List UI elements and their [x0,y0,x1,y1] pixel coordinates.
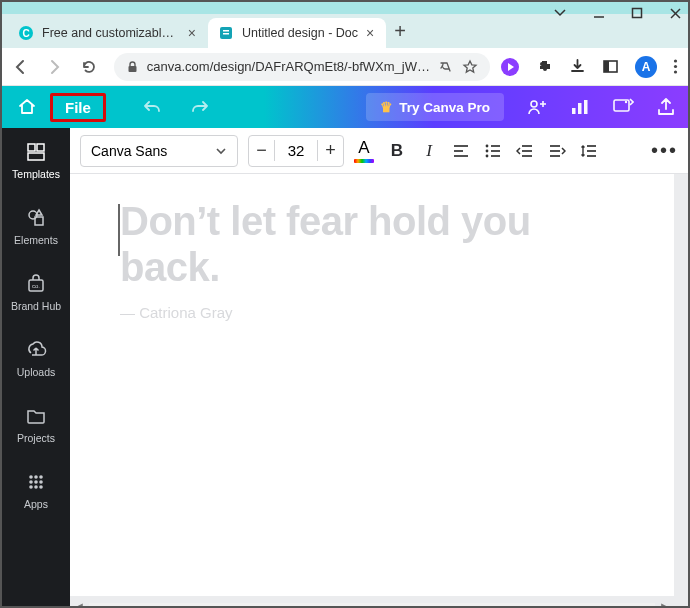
file-menu-button[interactable]: File [50,93,106,122]
browser-tab-inactive[interactable]: C Free and customizable Instag × [8,18,208,48]
lock-icon [126,60,139,73]
svg-point-34 [29,480,33,484]
play-icon[interactable] [500,57,520,77]
svg-point-15 [674,70,677,73]
back-button[interactable] [12,58,36,76]
present-icon[interactable] [612,97,634,117]
scroll-left-icon[interactable]: ◄ [74,600,85,608]
svg-text:co.: co. [32,283,40,289]
text-color-button[interactable]: A [354,138,374,163]
try-canva-pro-button[interactable]: ♛ Try Canva Pro [366,93,504,121]
home-button[interactable] [10,90,44,124]
more-options-button[interactable]: ••• [651,139,678,162]
tab-label: Free and customizable Instag [42,26,180,40]
svg-point-38 [34,485,38,489]
placeholder-author[interactable]: — Catriona Gray [120,304,624,321]
share-icon[interactable] [656,97,676,117]
svg-rect-3 [223,30,229,32]
svg-text:C: C [22,28,29,39]
placeholder-quote[interactable]: Don’t let fear hold you back. [120,198,624,290]
svg-point-33 [39,475,43,479]
svg-rect-25 [37,144,44,151]
kebab-menu-icon[interactable] [673,58,678,75]
svg-rect-24 [28,144,35,151]
app-header: File ♛ Try Canva Pro [2,86,688,128]
close-icon[interactable]: × [188,25,196,41]
canva-favicon: C [18,25,34,41]
undo-button[interactable] [142,98,162,116]
decrease-button[interactable]: − [249,140,275,161]
new-tab-button[interactable]: + [386,20,414,43]
maximize-icon[interactable] [631,7,643,19]
translate-icon[interactable] [438,59,454,75]
sidebar-item-projects[interactable]: Projects [2,400,70,448]
indent-icon[interactable] [548,143,566,159]
insights-icon[interactable] [570,98,590,116]
svg-point-23 [625,101,627,103]
try-pro-label: Try Canva Pro [399,100,490,115]
sidebar-item-label: Projects [17,432,55,444]
minimize-icon[interactable] [593,7,605,19]
collaborate-icon[interactable] [526,97,548,117]
forward-button[interactable] [46,58,70,76]
svg-point-47 [486,154,489,157]
svg-rect-9 [128,66,136,72]
extensions-icon[interactable] [536,58,553,75]
svg-point-32 [34,475,38,479]
document-page[interactable]: Don’t let fear hold you back. — Catriona… [70,174,674,596]
redo-button[interactable] [190,98,210,116]
elements-icon [25,206,47,230]
sidebar-item-label: Apps [24,498,48,510]
sidebar-item-elements[interactable]: Elements [2,202,70,250]
horizontal-scrollbar[interactable]: ◄ ► [70,598,674,608]
svg-point-36 [39,480,43,484]
close-icon[interactable]: × [366,25,374,41]
scroll-right-icon[interactable]: ► [659,600,670,608]
text-color-a: A [358,138,369,158]
sidebar-item-apps[interactable]: Apps [2,466,70,514]
chevron-down-icon [215,145,227,157]
sidebar-item-label: Uploads [17,366,56,378]
rainbow-bar [354,159,374,163]
chevron-down-icon[interactable] [553,6,567,20]
tab-label: Untitled design - Doc [242,26,358,40]
svg-point-16 [531,101,537,107]
apps-icon [25,470,47,494]
svg-rect-26 [28,153,44,160]
svg-point-39 [39,485,43,489]
browser-toolbar: canva.com/design/DAFrARQmEt8/-bfWXm_jW… … [2,48,688,86]
browser-tabstrip: C Free and customizable Instag × Untitle… [2,14,688,48]
svg-point-13 [674,59,677,62]
reload-button[interactable] [80,58,104,76]
bold-button[interactable]: B [384,137,410,165]
sidebar-item-brandhub[interactable]: co. Brand Hub [2,268,70,316]
address-bar[interactable]: canva.com/design/DAFrARQmEt8/-bfWXm_jW… [114,53,490,81]
font-size-stepper[interactable]: − 32 + [248,135,344,167]
sidebar-item-uploads[interactable]: Uploads [2,334,70,382]
sidebar-item-label: Elements [14,234,58,246]
line-spacing-icon[interactable] [580,143,598,159]
canvas-area: Don’t let fear hold you back. — Catriona… [70,174,688,608]
text-toolbar: Canva Sans − 32 + A B I [70,128,688,174]
svg-rect-21 [584,100,588,114]
sidebar-item-label: Brand Hub [11,300,61,312]
font-family-select[interactable]: Canva Sans [80,135,238,167]
svg-rect-4 [223,33,229,35]
increase-button[interactable]: + [317,140,343,161]
font-size-value[interactable]: 32 [275,142,317,159]
bullet-list-icon[interactable] [484,143,502,159]
svg-point-43 [486,144,489,147]
scroll-track[interactable] [89,603,655,608]
svg-rect-19 [572,108,576,114]
sidepanel-icon[interactable] [602,58,619,75]
sidebar-item-templates[interactable]: Templates [2,136,70,184]
browser-tab-active[interactable]: Untitled design - Doc × [208,18,386,48]
italic-button[interactable]: I [416,137,442,165]
outdent-icon[interactable] [516,143,534,159]
download-icon[interactable] [569,58,586,75]
window-close-icon[interactable] [669,7,682,20]
profile-avatar[interactable]: A [635,56,657,78]
align-left-icon[interactable] [452,143,470,159]
star-icon[interactable] [462,59,478,75]
projects-icon [25,404,47,428]
